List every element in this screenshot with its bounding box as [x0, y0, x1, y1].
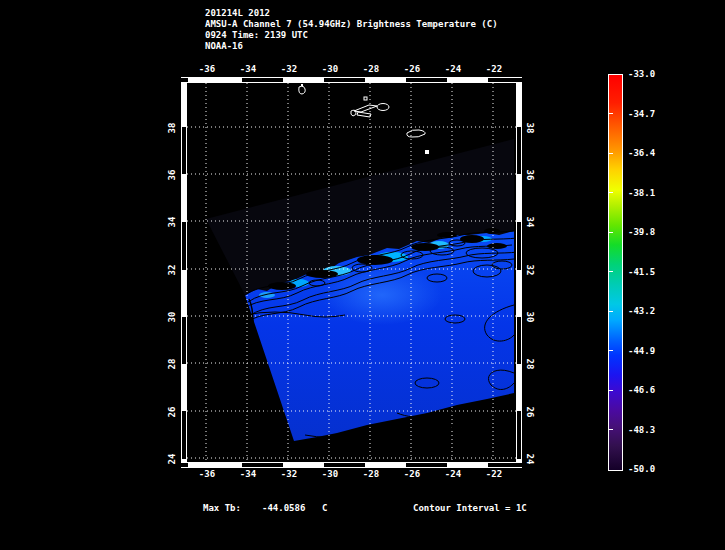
- x-tick-label: -32: [276, 469, 302, 479]
- colorbar-label: -38.1: [628, 188, 655, 198]
- header-storm-id: 201214L 2012: [205, 8, 270, 19]
- colorbar-label: -44.9: [628, 346, 655, 356]
- y-tick-label: 36: [167, 162, 179, 188]
- x-tick-label: -28: [358, 64, 384, 74]
- y-tick-label: 38: [167, 115, 179, 141]
- y-tick-label: 30: [523, 304, 535, 330]
- colorbar-tick: [609, 429, 613, 430]
- colorbar-tick: [609, 350, 613, 351]
- colorbar-label: -39.8: [628, 227, 655, 237]
- colorbar-tick: [609, 113, 613, 114]
- colorbar-tick: [609, 311, 613, 312]
- island-pico: [357, 112, 371, 117]
- y-tick-label: 30: [167, 304, 179, 330]
- y-tick-label: 26: [523, 399, 535, 425]
- x-tick-label: -30: [317, 64, 343, 74]
- island-sao-jorge: [354, 105, 377, 112]
- header-satellite: NOAA-16: [205, 41, 243, 52]
- colorbar-label: -46.6: [628, 385, 655, 395]
- map-frame: [181, 77, 522, 468]
- y-tick-label: 24: [167, 446, 179, 472]
- max-tb-value: -44.0586: [262, 503, 305, 513]
- amsu-plot-screen: 201214L 2012 AMSU-A Channel 7 (54.94GHz)…: [0, 0, 725, 550]
- colorbar-tick: [609, 192, 613, 193]
- frame-zebra-bottom: [181, 462, 522, 468]
- y-tick-label: 38: [523, 115, 535, 141]
- island-flores: [299, 86, 305, 94]
- x-tick-label: -28: [358, 469, 384, 479]
- y-tick-label: 32: [167, 257, 179, 283]
- colorbar-tick: [609, 271, 613, 272]
- y-tick-label: 26: [167, 399, 179, 425]
- island-santa-maria: [425, 150, 429, 154]
- colorbar-label: -48.3: [628, 425, 655, 435]
- x-tick-label: -26: [399, 64, 425, 74]
- map-canvas: [187, 83, 516, 462]
- x-tick-label: -36: [194, 64, 220, 74]
- island-graciosa: [364, 97, 367, 100]
- colorbar-label: -43.2: [628, 306, 655, 316]
- x-tick-label: -22: [481, 64, 507, 74]
- frame-zebra-right: [516, 83, 522, 462]
- x-tick-label: -22: [481, 469, 507, 479]
- x-tick-label: -34: [235, 469, 261, 479]
- max-tb-label: Max Tb:: [203, 503, 241, 513]
- x-tick-label: -24: [440, 64, 466, 74]
- azores-coastlines: [299, 84, 429, 154]
- x-tick-label: -36: [194, 469, 220, 479]
- colorbar-tick: [609, 153, 613, 154]
- max-tb-unit: C: [322, 503, 327, 513]
- y-tick-label: 24: [523, 446, 535, 472]
- y-tick-label: 28: [167, 351, 179, 377]
- colorbar: -33.0 -34.7 -36.4 -38.1 -39.8 -41.5 -43.…: [608, 74, 703, 474]
- contour-interval-text: Contour Interval = 1C: [413, 503, 527, 513]
- y-tick-label: 34: [523, 209, 535, 235]
- y-tick-label: 28: [523, 351, 535, 377]
- island-terceira: [377, 104, 389, 111]
- x-tick-label: -30: [317, 469, 343, 479]
- x-tick-label: -24: [440, 469, 466, 479]
- colorbar-label: -34.7: [628, 109, 655, 119]
- x-tick-label: -26: [399, 469, 425, 479]
- y-tick-label: 34: [167, 209, 179, 235]
- colorbar-tick: [609, 390, 613, 391]
- x-tick-label: -34: [235, 64, 261, 74]
- colorbar-label: -41.5: [628, 267, 655, 277]
- colorbar-gradient: [608, 74, 623, 471]
- colorbar-label: -36.4: [628, 148, 655, 158]
- header-instrument: AMSU-A Channel 7 (54.94GHz) Brightness T…: [205, 19, 498, 30]
- header-time: 0924 Time: 2139 UTC: [205, 30, 308, 41]
- colorbar-label: -50.0: [628, 464, 655, 474]
- island-corvo: [301, 84, 303, 86]
- colorbar-label: -33.0: [628, 69, 655, 79]
- colorbar-tick: [609, 232, 613, 233]
- y-tick-label: 36: [523, 162, 535, 188]
- y-tick-label: 32: [523, 257, 535, 283]
- island-sao-miguel: [407, 130, 425, 137]
- x-tick-label: -32: [276, 64, 302, 74]
